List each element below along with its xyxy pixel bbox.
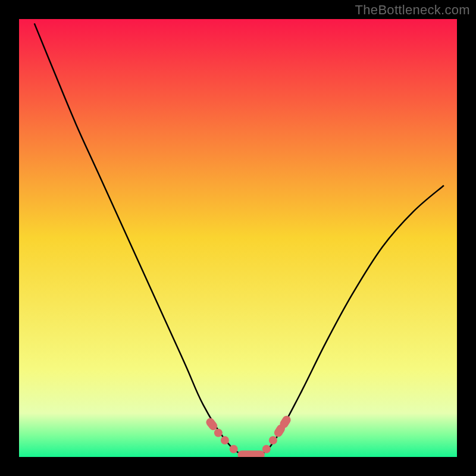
marker-dot [262, 445, 271, 453]
bottleneck-plot [0, 0, 476, 476]
marker-dot [214, 429, 223, 437]
gradient-background [19, 19, 457, 457]
chart-frame: TheBottleneck.com [0, 0, 476, 476]
marker-dot [230, 445, 238, 453]
marker-dot [221, 436, 229, 444]
attribution-label: TheBottleneck.com [355, 2, 470, 18]
marker-dot [269, 436, 277, 444]
